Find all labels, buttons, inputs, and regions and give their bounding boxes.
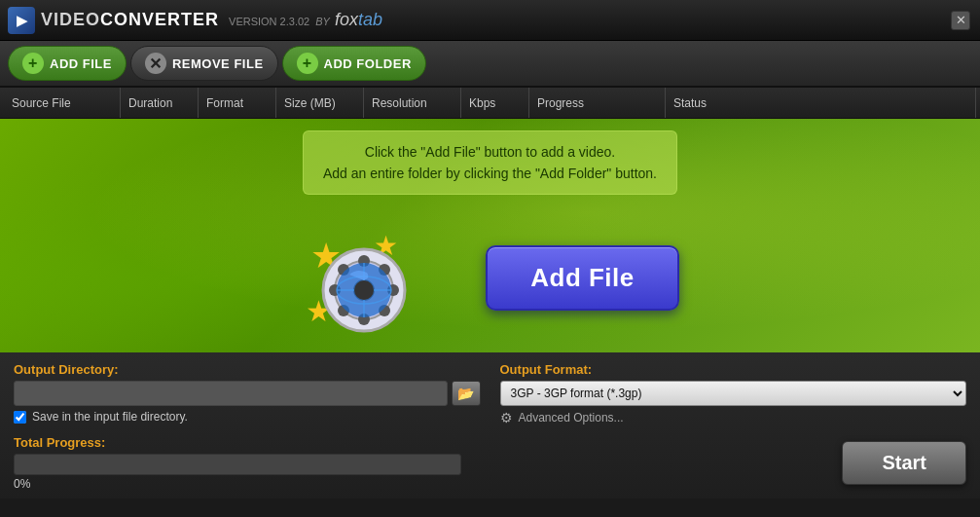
close-button[interactable]: ✕ xyxy=(951,11,970,30)
app-icon: ▶ xyxy=(8,7,35,34)
app-title: VIDEOCONVERTER VERSION 2.3.02 xyxy=(41,10,309,30)
col-duration: Duration xyxy=(121,88,199,118)
add-folder-icon: + xyxy=(297,53,318,74)
by-label: BY xyxy=(315,16,330,27)
col-status: Status xyxy=(666,88,976,118)
advanced-options-label: Advanced Options... xyxy=(519,411,624,425)
col-progress: Progress xyxy=(529,88,666,118)
remove-file-icon: ✕ xyxy=(145,53,166,74)
add-folder-button[interactable]: + ADD FOLDER xyxy=(282,46,426,81)
add-file-label: ADD FILE xyxy=(50,56,112,71)
format-select[interactable]: 3GP - 3GP format (*.3gp) AVI - AVI forma… xyxy=(500,381,967,406)
app-title-video: VIDEO xyxy=(41,10,100,29)
folder-icon: 📂 xyxy=(457,386,474,401)
progress-bar-container xyxy=(14,454,461,475)
hint-line1: Click the "Add File" button to add a vid… xyxy=(323,141,657,163)
save-in-input-row: Save in the input file directory. xyxy=(14,410,481,424)
hint-line2: Add an entire folder by clicking the "Ad… xyxy=(323,163,657,184)
brand-fox: fox xyxy=(335,10,358,29)
col-size: Size (MB) xyxy=(276,88,364,118)
title-bar-left: ▶ VIDEOCONVERTER VERSION 2.3.02 BY foxta… xyxy=(8,7,382,34)
remove-file-button[interactable]: ✕ REMOVE FILE xyxy=(130,46,278,81)
title-bar: ▶ VIDEOCONVERTER VERSION 2.3.02 BY foxta… xyxy=(0,0,980,41)
directory-input[interactable] xyxy=(14,381,448,406)
foxtab-logo: BY foxtab xyxy=(315,10,382,30)
save-in-input-checkbox[interactable] xyxy=(14,411,26,424)
output-directory-label: Output Directory: xyxy=(14,362,481,377)
total-progress-label: Total Progress: xyxy=(14,435,822,450)
brand-tab: tab xyxy=(358,10,382,29)
main-content-area: Click the "Add File" button to add a vid… xyxy=(0,119,980,352)
progress-text: 0% xyxy=(14,477,822,491)
output-directory-section: Output Directory: 📂 Save in the input fi… xyxy=(14,362,481,424)
advanced-options-button[interactable]: ⚙ Advanced Options... xyxy=(500,410,967,425)
gear-icon: ⚙ xyxy=(500,410,513,425)
output-format-label: Output Format: xyxy=(500,362,967,377)
add-file-main-button[interactable]: Add File xyxy=(486,245,679,311)
toolbar: + ADD FILE ✕ REMOVE FILE + ADD FOLDER xyxy=(0,41,980,88)
add-file-button[interactable]: + ADD FILE xyxy=(8,46,127,81)
dir-input-row: 📂 xyxy=(14,381,481,406)
add-folder-label: ADD FOLDER xyxy=(324,56,412,71)
progress-section: Total Progress: 0% xyxy=(14,435,822,491)
version-label: VERSION 2.3.02 xyxy=(229,16,309,27)
bottom-section: Output Directory: 📂 Save in the input fi… xyxy=(0,352,980,499)
col-resolution: Resolution xyxy=(364,88,461,118)
col-format: Format xyxy=(199,88,276,118)
browse-button[interactable]: 📂 xyxy=(452,381,481,406)
output-format-section: Output Format: 3GP - 3GP format (*.3gp) … xyxy=(500,362,967,425)
app-title-converter: CONVERTER xyxy=(100,10,219,29)
svg-point-18 xyxy=(354,280,374,300)
col-kbps: Kbps xyxy=(461,88,529,118)
film-reel-icon: ★ ★ ★ xyxy=(301,214,427,341)
bottom-row1: Output Directory: 📂 Save in the input fi… xyxy=(14,362,966,425)
center-area: ★ ★ ★ xyxy=(301,214,679,341)
add-file-icon: + xyxy=(22,53,44,74)
start-button[interactable]: Start xyxy=(842,441,966,485)
remove-file-label: REMOVE FILE xyxy=(172,56,264,71)
hint-box: Click the "Add File" button to add a vid… xyxy=(303,130,677,196)
col-source-file: Source File xyxy=(4,88,121,118)
column-headers: Source File Duration Format Size (MB) Re… xyxy=(0,88,980,119)
save-in-input-label: Save in the input file directory. xyxy=(32,410,188,424)
bottom-row2: Total Progress: 0% Start xyxy=(14,435,966,491)
